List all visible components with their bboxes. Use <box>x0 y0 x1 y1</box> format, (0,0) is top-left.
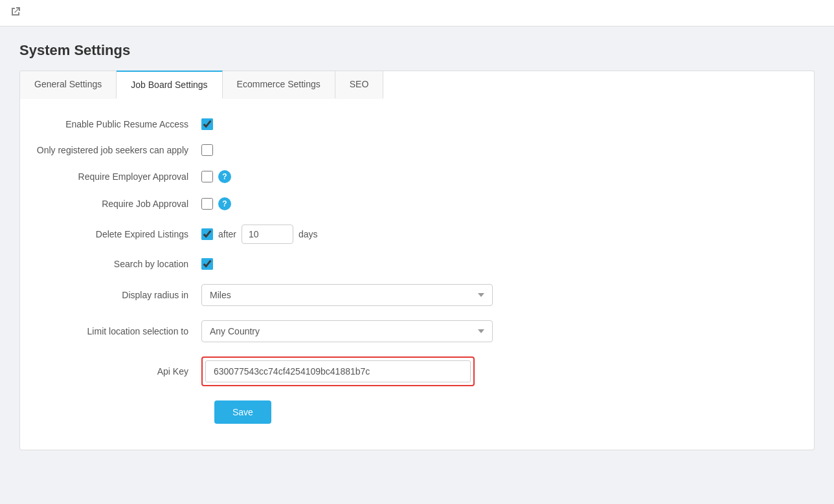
delete-expired-checkbox[interactable] <box>201 228 213 240</box>
display-radius-select[interactable]: Miles Kilometers <box>201 284 493 306</box>
api-key-label: Api Key <box>33 366 201 377</box>
top-bar <box>0 0 834 27</box>
tab-job-board-settings[interactable]: Job Board Settings <box>117 71 222 99</box>
require-employer-approval-control: ? <box>201 170 616 183</box>
require-job-approval-help-icon[interactable]: ? <box>218 197 231 210</box>
page-title: System Settings <box>19 42 815 59</box>
require-employer-approval-row: Require Employer Approval ? <box>33 170 616 183</box>
limit-location-label: Limit location selection to <box>33 326 201 336</box>
api-key-highlight-wrapper <box>201 356 475 386</box>
after-label: after <box>218 229 236 239</box>
require-job-approval-checkbox[interactable] <box>201 198 213 210</box>
save-row: Save <box>33 400 801 424</box>
tab-ecommerce-settings[interactable]: Ecommerce Settings <box>223 71 335 99</box>
delete-expired-label: Delete Expired Listings <box>33 229 201 239</box>
display-radius-row: Display radius in Miles Kilometers <box>33 284 616 306</box>
delete-expired-row: Delete Expired Listings after days <box>33 225 616 244</box>
require-employer-approval-label: Require Employer Approval <box>33 171 201 182</box>
api-key-control <box>201 356 616 386</box>
require-job-approval-control: ? <box>201 197 616 210</box>
api-key-row: Api Key <box>33 356 616 386</box>
content-area: Enable Public Resume Access Only registe… <box>19 99 815 450</box>
tabs-container: General Settings Job Board Settings Ecom… <box>19 71 815 99</box>
enable-public-resume-label: Enable Public Resume Access <box>33 119 201 129</box>
require-job-approval-row: Require Job Approval ? <box>33 197 616 210</box>
only-registered-label: Only registered job seekers can apply <box>33 145 201 155</box>
api-key-input[interactable] <box>205 360 471 382</box>
bottom-bar <box>0 466 834 492</box>
limit-location-row: Limit location selection to Any Country <box>33 320 616 342</box>
search-by-location-label: Search by location <box>33 259 201 269</box>
enable-public-resume-row: Enable Public Resume Access <box>33 118 616 130</box>
enable-public-resume-control <box>201 118 616 130</box>
limit-location-control: Any Country <box>201 320 616 342</box>
only-registered-control <box>201 144 616 156</box>
display-radius-control: Miles Kilometers <box>201 284 616 306</box>
save-button[interactable]: Save <box>214 400 271 424</box>
require-job-approval-label: Require Job Approval <box>33 199 201 209</box>
require-employer-approval-help-icon[interactable]: ? <box>218 170 231 183</box>
only-registered-checkbox[interactable] <box>201 144 213 156</box>
search-by-location-row: Search by location <box>33 258 616 270</box>
display-radius-label: Display radius in <box>33 290 201 300</box>
only-registered-row: Only registered job seekers can apply <box>33 144 616 156</box>
external-link-icon[interactable] <box>10 8 21 19</box>
tab-general-settings[interactable]: General Settings <box>20 71 117 99</box>
enable-public-resume-checkbox[interactable] <box>201 118 213 130</box>
delete-after-days-input[interactable] <box>242 225 293 244</box>
search-by-location-checkbox[interactable] <box>201 258 213 270</box>
search-by-location-control <box>201 258 616 270</box>
require-employer-approval-checkbox[interactable] <box>201 171 213 182</box>
tab-seo[interactable]: SEO <box>335 71 384 99</box>
days-label: days <box>299 229 318 239</box>
limit-location-select[interactable]: Any Country <box>201 320 493 342</box>
delete-expired-control: after days <box>201 225 616 244</box>
